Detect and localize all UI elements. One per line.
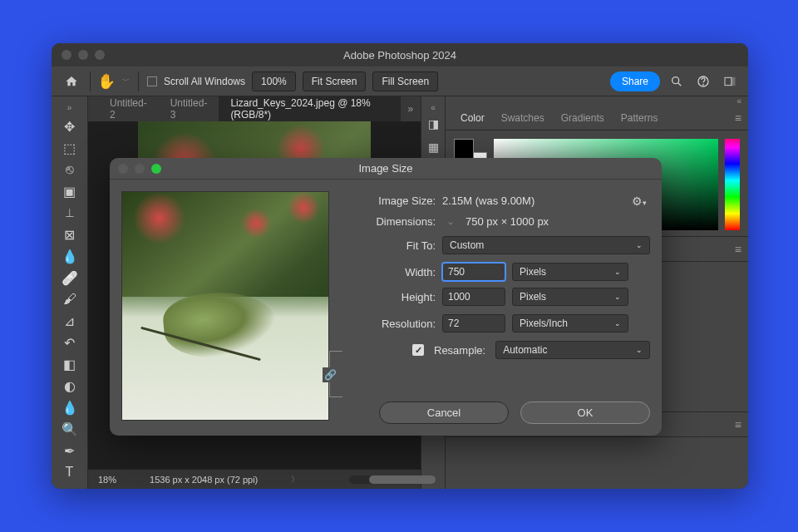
height-input[interactable]	[442, 288, 505, 306]
status-doc-info[interactable]: 1536 px x 2048 px (72 ppi)	[150, 475, 258, 485]
panel-menu-icon[interactable]: ≡	[735, 111, 741, 125]
tab-patterns[interactable]: Patterns	[613, 112, 667, 124]
gradient-tool[interactable]: ◐	[57, 375, 82, 397]
status-zoom[interactable]: 18%	[98, 475, 116, 485]
toolbox: » ✥ ⬚ ⎋ ▣ ⟂ ⊠ 💧 🩹 🖌 ⊿ ↶ ◧ ◐ 💧 🔍 ✒ T	[52, 96, 88, 489]
eyedropper-tool[interactable]: 💧	[57, 245, 82, 267]
resolution-unit-select[interactable]: Pixels/Inch⌄	[512, 314, 628, 332]
workspace-icon[interactable]	[720, 71, 740, 91]
dialog-title: Image Size	[110, 162, 662, 175]
marquee-tool[interactable]: ⬚	[57, 137, 82, 159]
hand-tool-icon: ✋	[97, 72, 116, 91]
panel-menu-icon[interactable]: ≡	[735, 418, 741, 431]
document-tab[interactable]: Untitled-2	[98, 96, 159, 121]
image-size-dialog: Image Size ⚙︎▾ Image Size: 2.15M (was 9.…	[110, 158, 662, 436]
scroll-all-label: Scroll All Windows	[164, 76, 245, 87]
pen-tool[interactable]: ✒	[57, 440, 82, 461]
constrain-proportions-icon[interactable]: 🔗	[323, 367, 338, 382]
object-select-tool[interactable]: ▣	[57, 180, 82, 202]
eraser-tool[interactable]: ◧	[57, 353, 82, 375]
dialog-form: ⚙︎▾ Image Size: 2.15M (was 9.00M) Dimens…	[346, 191, 650, 424]
width-unit-select[interactable]: Pixels⌄	[512, 263, 628, 281]
resample-checkbox[interactable]: ✓	[412, 344, 424, 356]
gear-icon[interactable]: ⚙︎▾	[632, 195, 647, 208]
tab-color[interactable]: Color	[452, 112, 493, 124]
dimensions-unit-dropdown[interactable]: ⌵	[442, 217, 459, 226]
foreground-color-swatch[interactable]	[454, 139, 474, 159]
tab-overflow-icon[interactable]: »	[401, 103, 421, 115]
frame-tool[interactable]: ⊠	[57, 224, 82, 245]
resolution-input[interactable]	[442, 314, 505, 332]
app-title: Adobe Photoshop 2024	[52, 49, 748, 62]
crop-tool[interactable]: ⟂	[57, 202, 82, 224]
search-icon[interactable]	[667, 71, 687, 91]
status-bar: 18% 1536 px x 2048 px (72 ppi) 〉	[88, 469, 421, 489]
dialog-preview-image[interactable]	[121, 191, 329, 421]
scroll-all-checkbox[interactable]	[147, 76, 157, 86]
horizontal-scrollbar[interactable]	[349, 475, 394, 484]
hue-slider[interactable]	[725, 139, 740, 230]
cancel-button[interactable]: Cancel	[379, 401, 509, 424]
help-icon[interactable]	[693, 71, 713, 91]
titlebar: Adobe Photoshop 2024	[52, 43, 748, 66]
color-panel-tabs: Color Swatches Gradients Patterns ≡	[446, 106, 748, 131]
type-tool[interactable]: T	[57, 461, 82, 483]
dodge-tool[interactable]: 🔍	[57, 418, 82, 440]
dimensions-value: 750 px × 1000 px	[466, 215, 549, 228]
tool-preset-dropdown[interactable]: ﹀	[122, 76, 130, 86]
options-bar: ✋ ﹀ Scroll All Windows 100% Fit Screen F…	[52, 66, 748, 96]
height-unit-select[interactable]: Pixels⌄	[512, 288, 628, 306]
fit-to-label: Fit To:	[346, 239, 436, 252]
dimensions-label: Dimensions:	[346, 215, 436, 228]
document-tab[interactable]: Untitled-3	[159, 96, 219, 121]
move-tool[interactable]: ✥	[57, 116, 82, 137]
dock-collapse-icon[interactable]: «	[421, 103, 445, 112]
brush-tool[interactable]: 🖌	[57, 288, 82, 310]
share-button[interactable]: Share	[610, 71, 660, 91]
dialog-titlebar: Image Size	[110, 158, 662, 180]
svg-rect-4	[725, 77, 732, 85]
resample-select[interactable]: Automatic⌄	[495, 341, 650, 359]
resample-label: Resample:	[434, 344, 485, 357]
chevron-right-icon[interactable]: 〉	[291, 474, 299, 485]
panels-collapse-icon[interactable]: «	[446, 96, 748, 106]
fill-screen-button[interactable]: Fill Screen	[372, 71, 438, 91]
lasso-tool[interactable]: ⎋	[57, 159, 82, 180]
svg-rect-5	[732, 77, 735, 85]
ok-button[interactable]: OK	[520, 401, 650, 424]
resolution-label: Resolution:	[346, 318, 436, 330]
image-size-value: 2.15M (was 9.00M)	[442, 195, 534, 207]
image-size-label: Image Size:	[346, 195, 436, 207]
svg-point-0	[672, 76, 679, 83]
width-label: Width:	[346, 266, 436, 278]
document-tab-active[interactable]: Lizard_Keys_2024.jpeg @ 18% (RGB/8*)	[219, 96, 400, 121]
mini-panel-icon[interactable]: ▦	[423, 137, 443, 157]
healing-tool[interactable]: 🩹	[57, 267, 82, 288]
fit-screen-button[interactable]: Fit Screen	[303, 71, 367, 91]
zoom-value[interactable]: 100%	[252, 71, 296, 91]
mini-panel-icon[interactable]: ◨	[423, 114, 443, 134]
document-tab-bar: Untitled-2 Untitled-3 Lizard_Keys_2024.j…	[88, 96, 421, 121]
svg-line-1	[678, 82, 682, 86]
clone-tool[interactable]: ⊿	[57, 310, 82, 332]
tab-swatches[interactable]: Swatches	[493, 112, 553, 124]
height-label: Height:	[346, 291, 436, 303]
blur-tool[interactable]: 💧	[57, 397, 82, 418]
svg-point-3	[703, 84, 704, 85]
panel-menu-icon[interactable]: ≡	[735, 243, 741, 256]
home-button[interactable]	[60, 70, 83, 93]
toolbox-expand-icon[interactable]: »	[52, 103, 87, 112]
width-input[interactable]	[442, 263, 505, 281]
fit-to-select[interactable]: Custom⌄	[442, 236, 650, 254]
tab-gradients[interactable]: Gradients	[553, 112, 613, 124]
history-brush-tool[interactable]: ↶	[57, 332, 82, 353]
